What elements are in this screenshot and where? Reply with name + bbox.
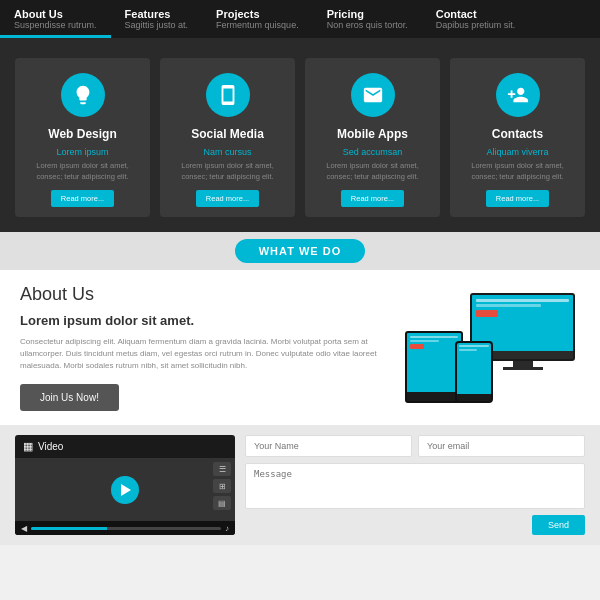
nav-item-features[interactable]: FeaturesSagittis justo at. — [111, 0, 203, 38]
play-button[interactable] — [111, 476, 139, 504]
send-button[interactable]: Send — [532, 515, 585, 535]
card-icon-0 — [61, 73, 105, 117]
navigation: About UsSuspendisse rutrum.FeaturesSagit… — [0, 0, 600, 38]
what-we-do-badge: WHAT WE DO — [235, 239, 366, 263]
service-card-1: Social Media Nam cursus Lorem ipsum dolo… — [160, 58, 295, 217]
bottom-section: ▦ Video ☰ ⊞ ▤ ◀ ♪ Send — [0, 425, 600, 545]
services-section: Web Design Lorem ipsum Lorem ipsum dolor… — [0, 38, 600, 232]
play-icon — [121, 484, 131, 496]
card-icon-3 — [496, 73, 540, 117]
ctrl-btn-2[interactable]: ⊞ — [213, 479, 231, 493]
progress-fill — [31, 527, 107, 530]
card-text-0: Lorem ipsum dolor sit amet, consec; tetu… — [25, 161, 140, 182]
nav-item-about-us[interactable]: About UsSuspendisse rutrum. — [0, 0, 111, 38]
service-card-3: Contacts Aliquam viverra Lorem ipsum dol… — [450, 58, 585, 217]
video-icon: ▦ — [23, 440, 33, 453]
sound-icon: ♪ — [225, 524, 229, 533]
card-subtitle-2: Sed accumsan — [343, 147, 403, 157]
nav-title: Features — [125, 8, 189, 20]
card-title-2: Mobile Apps — [337, 127, 408, 141]
about-text: Consectetur adipiscing elit. Aliquam fer… — [20, 336, 390, 372]
about-right — [400, 284, 580, 411]
card-text-3: Lorem ipsum dolor sit amet, consec; tetu… — [460, 161, 575, 182]
ctrl-btn-1[interactable]: ☰ — [213, 462, 231, 476]
join-us-button[interactable]: Join Us Now! — [20, 384, 119, 411]
card-read-more-3[interactable]: Read more... — [486, 190, 549, 207]
card-icon-2 — [351, 73, 395, 117]
nav-sub: Suspendisse rutrum. — [14, 20, 97, 30]
name-input[interactable] — [245, 435, 412, 457]
card-subtitle-3: Aliquam viverra — [486, 147, 548, 157]
card-read-more-1[interactable]: Read more... — [196, 190, 259, 207]
nav-title: Pricing — [327, 8, 408, 20]
email-input[interactable] — [418, 435, 585, 457]
about-left: About Us Lorem ipsum dolor sit amet. Con… — [20, 284, 390, 411]
card-read-more-2[interactable]: Read more... — [341, 190, 404, 207]
ctrl-btn-3[interactable]: ▤ — [213, 496, 231, 510]
nav-sub: Non eros quis tortor. — [327, 20, 408, 30]
contact-name-email-row — [245, 435, 585, 457]
nav-item-projects[interactable]: ProjectsFermentum quisque. — [202, 0, 313, 38]
nav-sub: Dapibus pretium sit. — [436, 20, 516, 30]
about-headline: Lorem ipsum dolor sit amet. — [20, 313, 390, 328]
about-title: About Us — [20, 284, 390, 305]
video-label: Video — [38, 441, 63, 452]
what-we-do-band: WHAT WE DO — [0, 232, 600, 270]
video-controls: ☰ ⊞ ▤ — [213, 462, 231, 510]
nav-title: Contact — [436, 8, 516, 20]
video-progress-bar[interactable]: ◀ ♪ — [15, 521, 235, 535]
device-mockup — [405, 293, 575, 403]
send-row: Send — [245, 515, 585, 535]
nav-item-pricing[interactable]: PricingNon eros quis tortor. — [313, 0, 422, 38]
about-section: About Us Lorem ipsum dolor sit amet. Con… — [0, 270, 600, 425]
message-textarea[interactable] — [245, 463, 585, 509]
video-body: ☰ ⊞ ▤ — [15, 458, 235, 521]
card-text-1: Lorem ipsum dolor sit amet, consec; tetu… — [170, 161, 285, 182]
service-card-2: Mobile Apps Sed accumsan Lorem ipsum dol… — [305, 58, 440, 217]
service-card-0: Web Design Lorem ipsum Lorem ipsum dolor… — [15, 58, 150, 217]
phone — [455, 341, 493, 403]
nav-title: About Us — [14, 8, 97, 20]
volume-icon: ◀ — [21, 524, 27, 533]
nav-title: Projects — [216, 8, 299, 20]
card-read-more-0[interactable]: Read more... — [51, 190, 114, 207]
nav-item-contact[interactable]: ContactDapibus pretium sit. — [422, 0, 530, 38]
progress-track[interactable] — [31, 527, 221, 530]
contact-panel: Send — [245, 435, 585, 535]
card-subtitle-1: Nam cursus — [203, 147, 251, 157]
card-text-2: Lorem ipsum dolor sit amet, consec; tetu… — [315, 161, 430, 182]
video-panel: ▦ Video ☰ ⊞ ▤ ◀ ♪ — [15, 435, 235, 535]
nav-sub: Sagittis justo at. — [125, 20, 189, 30]
card-title-0: Web Design — [48, 127, 116, 141]
nav-sub: Fermentum quisque. — [216, 20, 299, 30]
card-title-1: Social Media — [191, 127, 264, 141]
video-header: ▦ Video — [15, 435, 235, 458]
card-icon-1 — [206, 73, 250, 117]
card-subtitle-0: Lorem ipsum — [56, 147, 108, 157]
card-title-3: Contacts — [492, 127, 543, 141]
